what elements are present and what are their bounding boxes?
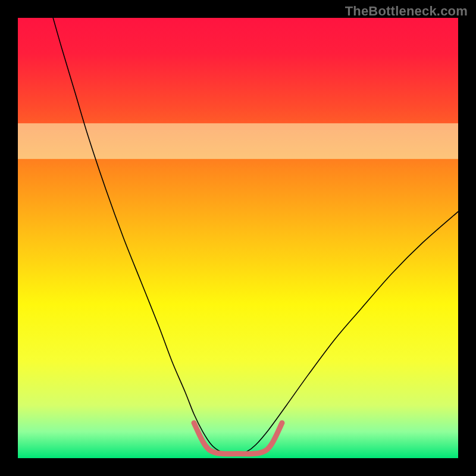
- highlight-band: [18, 123, 458, 159]
- gradient-background: [18, 18, 458, 458]
- chart-svg: [18, 18, 458, 458]
- chart-frame: TheBottleneck.com: [0, 0, 476, 476]
- watermark-text: TheBottleneck.com: [345, 4, 468, 19]
- plot-area: [18, 18, 458, 458]
